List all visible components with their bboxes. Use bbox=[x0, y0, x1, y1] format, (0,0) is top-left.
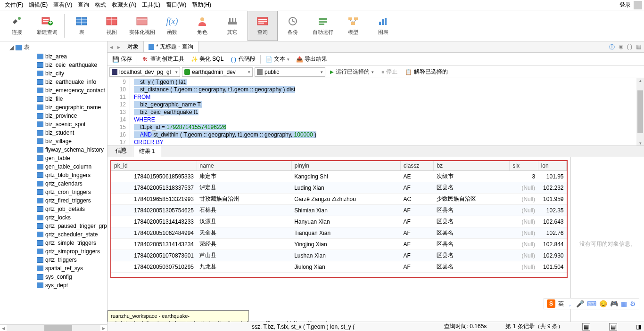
schema-select[interactable]: public▾ bbox=[255, 67, 325, 77]
database-select[interactable]: earthqadmin_dev▾ bbox=[182, 67, 253, 77]
brackets-icon[interactable]: ( ) bbox=[627, 43, 632, 51]
menu-edit[interactable]: 编辑(E) bbox=[26, 1, 50, 9]
table-row[interactable]: 1784015950618595333康定市Kangding ShiAE次级市3… bbox=[111, 171, 567, 182]
menu-file[interactable]: 文件(F) bbox=[2, 1, 26, 9]
tab-prev[interactable]: ◂ bbox=[107, 41, 115, 52]
tree-item-biz_ceic_earthquake[interactable]: biz_ceic_earthquake bbox=[0, 61, 107, 69]
menu-view[interactable]: 查看(V) bbox=[50, 1, 75, 9]
menu-help[interactable]: 帮助(H) bbox=[189, 1, 214, 9]
ime-mic-icon[interactable]: 🎤 bbox=[576, 300, 584, 307]
tree-item-biz_emergency_contact[interactable]: biz_emergency_contact bbox=[0, 86, 107, 95]
tree-item-qrtz_simple_triggers[interactable]: qrtz_simple_triggers bbox=[0, 239, 107, 247]
col-classz[interactable]: classz bbox=[400, 161, 433, 171]
tool-backup[interactable]: 备份 bbox=[278, 11, 308, 41]
tool-connect[interactable]: 连接 bbox=[2, 11, 32, 41]
tree-item-spatial_ref_sys[interactable]: spatial_ref_sys bbox=[0, 264, 107, 273]
status-view-2[interactable]: ▤ bbox=[609, 323, 617, 331]
ime-game-icon[interactable]: 🎮 bbox=[610, 300, 618, 307]
tree-item-biz_earthquake_info[interactable]: biz_earthquake_info bbox=[0, 78, 107, 86]
tree-item-qrtz_locks[interactable]: qrtz_locks bbox=[0, 213, 107, 222]
snippet-button[interactable]: ( )代码段 bbox=[227, 54, 258, 65]
table-row[interactable]: 1784020051314143233汉源县Hanyuan XianAF区县名(… bbox=[111, 216, 567, 227]
tool-autorun[interactable]: 自动运行 bbox=[308, 11, 338, 41]
col-slx[interactable]: slx bbox=[510, 161, 538, 171]
connection-select[interactable]: localhost_dev_pg_gl▾ bbox=[109, 67, 180, 77]
beautify-button[interactable]: ✨美化 SQL bbox=[188, 54, 226, 65]
ime-toolbar[interactable]: S 英 ， 🎤 ⌨ 😊 🎮 ▦ ⚙ bbox=[544, 298, 639, 309]
eye-icon[interactable]: ◉ bbox=[619, 43, 623, 51]
tree-item-biz_area[interactable]: biz_area bbox=[0, 52, 107, 61]
table-row[interactable]: 1784020051070873601芦山县Lushan XianAF区县名(N… bbox=[111, 250, 567, 261]
tab-object[interactable]: 对象 bbox=[123, 41, 144, 52]
tree-item-sys_config[interactable]: sys_config bbox=[0, 273, 107, 281]
menu-window[interactable]: 窗口(W) bbox=[163, 1, 189, 9]
tree-item-qrtz_blob_triggers[interactable]: qrtz_blob_triggers bbox=[0, 171, 107, 179]
tool-role[interactable]: 角色 bbox=[187, 11, 217, 41]
menu-fav[interactable]: 收藏夹(A) bbox=[109, 1, 139, 9]
col-pk_id[interactable]: pk_id bbox=[111, 161, 197, 171]
tab-query[interactable]: * 无标题 - 查询 bbox=[144, 41, 198, 52]
tool-other[interactable]: 其它 bbox=[217, 11, 248, 41]
tool-query[interactable]: 查询 bbox=[248, 11, 278, 41]
sql-editor[interactable]: 9101112131415161718 st_y ( T.geom ) lat,… bbox=[107, 78, 644, 146]
tree-item-qrtz_cron_triggers[interactable]: qrtz_cron_triggers bbox=[0, 188, 107, 196]
tree-item-qrtz_triggers[interactable]: qrtz_triggers bbox=[0, 256, 107, 264]
col-pinyin[interactable]: pinyin bbox=[291, 161, 400, 171]
table-row[interactable]: 1784020051062484994天全县Tianquan XianAF区县名… bbox=[111, 227, 567, 239]
tool-view[interactable]: 视图 bbox=[97, 11, 127, 41]
table-row[interactable]: 1784020051314143234荥经县Yingjing XianAF区县名… bbox=[111, 239, 567, 250]
avatar[interactable] bbox=[634, 1, 642, 9]
tool-new-query[interactable]: + 新建查询 bbox=[32, 11, 62, 41]
menu-format[interactable]: 格式 bbox=[92, 1, 109, 9]
table-row[interactable]: 1784020051305754625石棉县Shimian XianAF区县名(… bbox=[111, 205, 567, 216]
tab-result-1[interactable]: 结果 1 bbox=[133, 145, 161, 157]
info-icon[interactable]: ⓘ bbox=[609, 43, 615, 51]
table-row[interactable]: 1784019658513321993甘孜藏族自治州Garzê Zangzu Z… bbox=[111, 194, 567, 205]
col-lon[interactable]: lon bbox=[538, 161, 566, 171]
tree-item-qrtz_job_details[interactable]: qrtz_job_details bbox=[0, 205, 107, 213]
tree-item-gen_table_column[interactable]: gen_table_column bbox=[0, 162, 107, 171]
tool-table[interactable]: 表 bbox=[66, 11, 97, 41]
tree-item-qrtz_simprop_triggers[interactable]: qrtz_simprop_triggers bbox=[0, 247, 107, 256]
ime-keyboard-icon[interactable]: ⌨ bbox=[587, 300, 596, 307]
col-name[interactable]: name bbox=[197, 161, 291, 171]
tree-item-biz_geographic_name[interactable]: biz_geographic_name bbox=[0, 103, 107, 112]
object-tree[interactable]: ◢ 表 biz_areabiz_ceic_earthquakebiz_cityb… bbox=[0, 41, 107, 324]
ime-emoji-icon[interactable]: 😊 bbox=[599, 300, 607, 307]
table-row[interactable]: 1784020051318337537泸定县Luding XianAF区县名(N… bbox=[111, 182, 567, 194]
col-bz[interactable]: bz bbox=[434, 161, 510, 171]
export-button[interactable]: 📤导出结果 bbox=[293, 54, 330, 65]
editor-vscroll[interactable]: ▴ ▾ bbox=[636, 78, 644, 145]
save-button[interactable]: 💾保存 bbox=[109, 54, 135, 65]
status-view-3[interactable]: ◨ bbox=[636, 323, 641, 330]
grid-icon[interactable]: ▦ bbox=[636, 43, 641, 51]
explain-button[interactable]: 📋解释已选择的 bbox=[402, 67, 451, 77]
ime-settings-icon[interactable]: ⚙ bbox=[630, 300, 636, 307]
tool-matview[interactable]: 实体化视图 bbox=[127, 11, 157, 41]
table-row[interactable]: 1784020050307510295九龙县Jiulong XianAF区县名(… bbox=[111, 261, 567, 273]
result-grid[interactable]: pk_idnamepinyinclasszbzslxlon 1784015950… bbox=[107, 157, 570, 331]
tree-item-qrtz_fired_triggers[interactable]: qrtz_fired_triggers bbox=[0, 196, 107, 205]
tab-next[interactable]: ▸ bbox=[115, 41, 123, 52]
tool-model[interactable]: 模型 bbox=[338, 11, 368, 41]
tree-item-qrtz_scheduler_state[interactable]: qrtz_scheduler_state bbox=[0, 230, 107, 239]
ime-comma[interactable]: ， bbox=[567, 299, 573, 308]
status-view-1[interactable]: ▦ bbox=[582, 323, 590, 331]
tool-function[interactable]: f(x) 函数 bbox=[157, 11, 187, 41]
tree-item-gen_table[interactable]: gen_table bbox=[0, 154, 107, 162]
text-button[interactable]: 📄文本▾ bbox=[263, 54, 292, 65]
tree-item-flyway_schema_history[interactable]: flyway_schema_history bbox=[0, 145, 107, 154]
tree-item-biz_student[interactable]: biz_student bbox=[0, 129, 107, 137]
tree-item-sys_dept[interactable]: sys_dept bbox=[0, 281, 107, 290]
menu-tools[interactable]: 工具(L) bbox=[139, 1, 163, 9]
tree-item-qrtz_calendars[interactable]: qrtz_calendars bbox=[0, 179, 107, 188]
sidebar-hscroll[interactable]: ◂ ▸ bbox=[0, 324, 107, 331]
editor-content[interactable]: st_y ( T.geom ) lat, st_distance ( T.geo… bbox=[130, 78, 636, 145]
ime-grid-icon[interactable]: ▦ bbox=[621, 300, 627, 307]
tree-item-biz_file[interactable]: biz_file bbox=[0, 95, 107, 103]
tree-item-biz_city[interactable]: biz_city bbox=[0, 69, 107, 78]
tree-root-tables[interactable]: ◢ 表 bbox=[0, 42, 107, 52]
stop-button[interactable]: ■停止 bbox=[379, 67, 400, 77]
builder-button[interactable]: 🛠查询创建工具 bbox=[139, 54, 187, 65]
tree-item-qrtz_paused_trigger_grps[interactable]: qrtz_paused_trigger_grps bbox=[0, 222, 107, 230]
